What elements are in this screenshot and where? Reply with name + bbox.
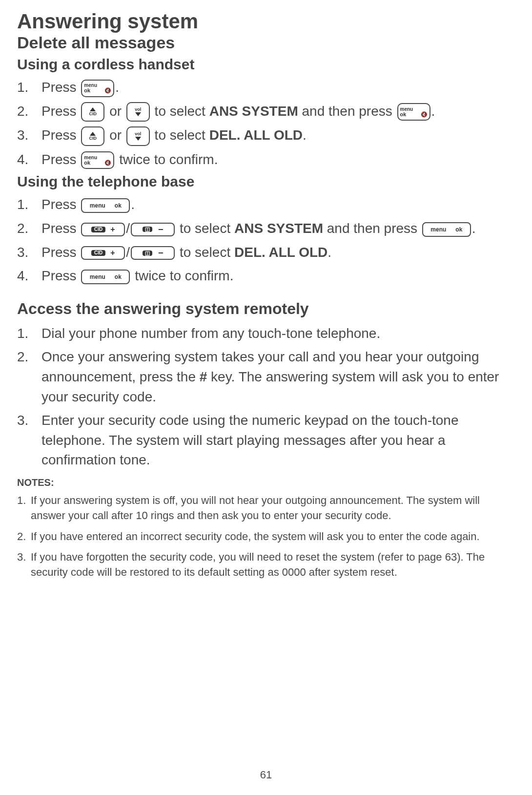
note-2: If you have entered an incorrect securit… xyxy=(17,529,515,544)
remote-step-2: Once your answering system takes your ca… xyxy=(17,347,515,407)
book-icon: ◫ xyxy=(143,227,152,232)
cid-up-icon: CID xyxy=(81,102,104,122)
base-steps: Press menuok. Press CID+/◫− to select AN… xyxy=(17,195,515,286)
vol-down-icon: vol xyxy=(126,102,150,122)
base-cid-plus-icon: CID+ xyxy=(81,223,125,236)
cid-up-icon: CID xyxy=(81,126,104,146)
handset-steps: Press menuok🔇. Press CID or vol to selec… xyxy=(17,78,515,169)
base-menu-ok-icon: menuok xyxy=(422,222,471,237)
remote-step-3: Enter your security code using the numer… xyxy=(17,411,515,470)
vol-down-icon: vol xyxy=(126,126,150,146)
handset-step-3: Press CID or vol to select DEL. ALL OLD. xyxy=(17,126,515,146)
notes-heading: NOTES: xyxy=(17,477,515,488)
handset-step-2: Press CID or vol to select ANS SYSTEM an… xyxy=(17,102,515,122)
section-remote-heading: Access the answering system remotely xyxy=(17,300,515,318)
remote-steps: Dial your phone number from any touch-to… xyxy=(17,324,515,470)
book-icon: ◫ xyxy=(143,251,152,256)
subsection-handset: Using a cordless handset xyxy=(17,56,515,73)
handset-step-1: Press menuok🔇. xyxy=(17,78,515,98)
menu-ok-icon: menuok🔇 xyxy=(81,151,114,169)
base-step-3: Press CID+/◫− to select DEL. ALL OLD. xyxy=(17,243,515,263)
menu-ok-icon: menuok🔇 xyxy=(81,80,114,97)
base-menu-ok-icon: menuok xyxy=(81,270,130,284)
note-1: If your answering system is off, you wil… xyxy=(17,493,515,523)
mute-icon: 🔇 xyxy=(421,112,428,117)
base-step-1: Press menuok. xyxy=(17,195,515,215)
base-cid-plus-icon: CID+ xyxy=(81,246,125,260)
subsection-base: Using the telephone base xyxy=(17,173,515,190)
page-number: 61 xyxy=(260,769,272,781)
note-3: If you have forgotten the security code,… xyxy=(17,550,515,580)
base-step-2: Press CID+/◫− to select ANS SYSTEM and t… xyxy=(17,219,515,239)
base-book-minus-icon: ◫− xyxy=(131,223,175,236)
base-step-4: Press menuok twice to confirm. xyxy=(17,266,515,286)
base-menu-ok-icon: menuok xyxy=(81,198,130,213)
menu-ok-icon: menuok🔇 xyxy=(397,103,430,121)
page-title: Answering system xyxy=(17,10,515,33)
remote-step-1: Dial your phone number from any touch-to… xyxy=(17,324,515,344)
handset-step-4: Press menuok🔇 twice to confirm. xyxy=(17,150,515,170)
base-book-minus-icon: ◫− xyxy=(131,246,175,260)
mute-icon: 🔇 xyxy=(104,160,111,166)
notes-list: If your answering system is off, you wil… xyxy=(17,493,515,580)
mute-icon: 🔇 xyxy=(104,88,111,93)
section-delete-heading: Delete all messages xyxy=(17,33,515,52)
